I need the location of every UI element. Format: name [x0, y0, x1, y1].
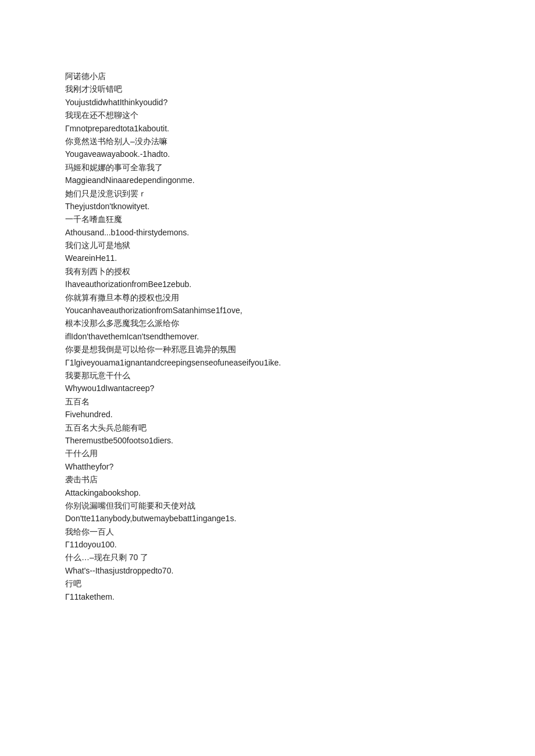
text-line-13: 我们这儿可是地狱 — [65, 239, 470, 252]
text-line-38: What's--Ithasjustdroppedto70. — [65, 564, 470, 577]
text-line-10: Theyjustdon'tknowityet. — [65, 200, 470, 213]
text-line-2: YoujustdidwhatIthinkyoudid? — [65, 96, 470, 109]
text-line-36: Γ11doyou100. — [65, 538, 470, 551]
text-line-32: Attackingabookshop. — [65, 486, 470, 499]
text-line-16: IhaveauthorizationfromBee1zebub. — [65, 278, 470, 291]
text-line-35: 我给你一百人 — [65, 525, 470, 538]
text-line-17: 你就算有撒旦本尊的授权也没用 — [65, 291, 470, 304]
text-line-33: 你别说漏嘴但我们可能要和天使对战 — [65, 499, 470, 512]
text-line-5: 你竟然送书给别人–没办法嘛 — [65, 135, 470, 148]
text-line-12: Athousand...b1ood-thirstydemons. — [65, 226, 470, 239]
text-line-0: 阿诺德小店 — [65, 70, 470, 83]
text-line-3: 我现在还不想聊这个 — [65, 109, 470, 121]
text-line-34: Don'tte11anybody,butwemaybebatt1ingange1… — [65, 512, 470, 525]
text-line-27: 五百名大头兵总能有吧 — [65, 421, 470, 434]
text-line-22: Γ1lgiveyouama1ignantandcreepingsenseofun… — [65, 356, 470, 369]
text-line-39: 行吧 — [65, 577, 470, 590]
text-line-9: 她们只是没意识到罢ｒ — [65, 187, 470, 200]
text-line-40: Γ11takethem. — [65, 590, 470, 603]
text-line-11: 一千名嗜血狂魔 — [65, 213, 470, 225]
text-line-14: WeareinHe11. — [65, 252, 470, 264]
text-line-31: 袭击书店 — [65, 473, 470, 486]
text-line-4: Γmnotpreparedtota1kaboutit. — [65, 122, 470, 135]
text-line-30: Whattheyfor? — [65, 460, 470, 473]
text-line-25: 五百名 — [65, 395, 470, 408]
text-line-29: 干什么用 — [65, 447, 470, 460]
text-line-26: Fivehundred. — [65, 408, 470, 421]
text-line-18: YoucanhaveauthorizationfromSatanhimse1f1… — [65, 304, 470, 317]
text-line-28: Theremustbe500footso1diers. — [65, 434, 470, 447]
text-line-23: 我要那玩意干什么 — [65, 369, 470, 382]
text-line-21: 你要是想我倒是可以给你一种邪恶且诡异的氛围 — [65, 343, 470, 356]
text-line-19: 根本没那么多恶魔我怎么派给你 — [65, 317, 470, 329]
text-line-15: 我有别西卜的授权 — [65, 265, 470, 278]
content-area: 阿诺德小店我刚才没听错吧YoujustdidwhatIthinkyoudid?我… — [65, 70, 470, 603]
text-line-20: iflIdon'thavethemIcan'tsendthemover. — [65, 330, 470, 343]
text-line-8: MaggieandNinaaredependingonme. — [65, 174, 470, 187]
text-line-37: 什么…–现在只剩 70 了 — [65, 551, 470, 564]
text-line-1: 我刚才没听错吧 — [65, 83, 470, 95]
text-line-7: 玛姬和妮娜的事可全靠我了 — [65, 161, 470, 174]
text-line-24: Whywou1dIwantacreep? — [65, 382, 470, 395]
text-line-6: Yougaveawayabook.-1hadto. — [65, 148, 470, 160]
